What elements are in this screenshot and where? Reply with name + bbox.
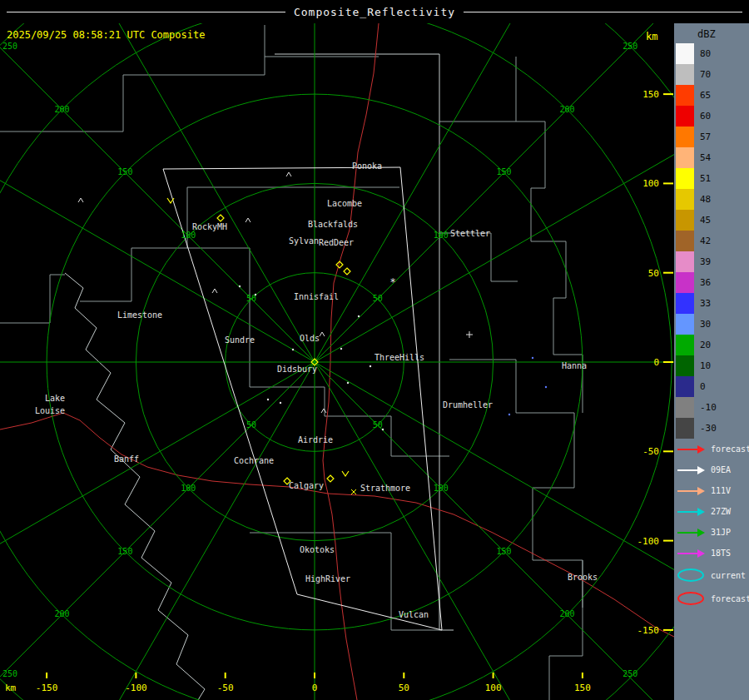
range-label: 100 [434, 484, 449, 493]
colorbar-swatch [676, 127, 694, 147]
colorbar-swatch [676, 85, 694, 106]
range-label: 250 [2, 669, 17, 678]
colorbar-entry: 20 [674, 335, 749, 355]
axis-label-bottom: -150 [36, 683, 58, 693]
legend-label: 111V [711, 486, 731, 495]
city-label: Ponoka [352, 161, 382, 171]
colorbar-entry: 57 [674, 127, 749, 147]
city-label: HighRiver [305, 574, 350, 583]
axis-label-bottom: 0 [312, 683, 318, 693]
city-label: Lake [45, 394, 65, 403]
legend-item: 31JP [674, 522, 749, 543]
radar-map: 5050505010010010010015015015015020020020… [0, 23, 674, 700]
city-label: RedDeer [319, 238, 354, 247]
colorbar-value: 20 [700, 340, 711, 350]
district-boundary [0, 275, 65, 323]
caret-marker [246, 218, 250, 222]
legend-item: 111V [674, 480, 749, 501]
radar-window: Composite_Reflectivity 50505050100100100… [0, 0, 749, 700]
timestamp-text: 2025/09/25 08:58:21 UTC Composite [7, 29, 205, 41]
caret-marker [212, 289, 217, 293]
dot-marker [532, 357, 533, 359]
colorbar: 807065605754514845423936333020100-10-30 [674, 43, 749, 439]
range-label: 150 [497, 547, 512, 556]
caret-marker [78, 198, 83, 202]
diamond-marker [217, 215, 224, 221]
colorbar-swatch [676, 418, 694, 439]
colorbar-value: 60 [700, 111, 711, 122]
diamond-marker [344, 268, 350, 275]
district-boundary [325, 416, 449, 456]
city-label: Brooks [568, 573, 598, 582]
range-label: 150 [117, 167, 132, 176]
colorbar-swatch [676, 251, 694, 272]
radar-plot-area: 5050505010010010010015015015015020020020… [0, 23, 674, 700]
legend-item: forecast [674, 439, 749, 459]
ellipse-icon [676, 567, 707, 583]
colorbar-swatch [676, 168, 694, 189]
colorbar-entry: 42 [674, 231, 749, 251]
range-label: 150 [117, 547, 132, 556]
legend-label: forecast [711, 444, 749, 454]
colorbar-swatch [676, 64, 694, 85]
district-boundary [449, 360, 583, 608]
colorbar-entry: 30 [674, 314, 749, 335]
legend-item: 18TS [674, 543, 749, 563]
colorbar-swatch [676, 376, 694, 397]
radial-line [44, 23, 315, 362]
range-label: 100 [181, 231, 196, 240]
city-label: Okotoks [300, 545, 335, 554]
colorbar-value: 10 [700, 360, 711, 371]
colorbar-entry: 54 [674, 147, 749, 168]
colorbar-value: 36 [700, 277, 711, 288]
colorbar-entry: 39 [674, 251, 749, 272]
colorbar-swatch [676, 335, 694, 355]
legend-label: current [711, 571, 746, 580]
range-label: 200 [559, 609, 574, 618]
title-rule-right [464, 12, 742, 12]
colorbar-entry: 0 [674, 376, 749, 397]
radial-line [315, 362, 674, 633]
colorbar-swatch [676, 231, 694, 251]
dot-marker [347, 382, 349, 384]
colorbar-swatch [676, 314, 694, 335]
colorbar-value: 39 [700, 256, 711, 267]
dot-marker [370, 365, 371, 367]
colorbar-value: 51 [700, 173, 711, 184]
city-label: Blackfalds [308, 220, 358, 229]
legend-item: 27ZW [674, 501, 749, 522]
city-label: Sylvan [289, 236, 319, 246]
range-label: 250 [623, 42, 637, 51]
city-label: Strathmore [360, 484, 410, 493]
city-label: Olds [300, 334, 320, 343]
colorbar-entry: -30 [674, 418, 749, 439]
range-label: 250 [2, 42, 17, 51]
dot-marker [292, 349, 294, 350]
chevron-marker [342, 471, 349, 476]
colorbar-value: -30 [700, 423, 717, 434]
axis-label-bottom: 150 [574, 683, 591, 693]
range-label: 200 [54, 609, 69, 618]
legend-item: current [674, 563, 749, 587]
window-title: Composite_Reflectivity [294, 6, 455, 18]
dot-marker [280, 402, 281, 404]
range-label: 50 [373, 294, 383, 303]
arrow-icon [676, 504, 707, 520]
radial-line [315, 362, 674, 700]
city-label: Lacombe [327, 199, 362, 208]
colorbar-title: dBZ [697, 28, 749, 40]
district-boundary [80, 187, 187, 301]
arrow-icon [676, 462, 707, 479]
colorbar-value: 70 [700, 69, 711, 80]
legend-label: 09EA [711, 465, 731, 474]
legend-label: 31JP [711, 528, 731, 537]
axis-label-right: 150 [642, 89, 659, 100]
colorbar-entry: 45 [674, 210, 749, 231]
colorbar-value: 48 [700, 194, 711, 205]
colorbar-swatch [676, 106, 694, 127]
range-label: 50 [373, 420, 383, 429]
city-label: Innisfail [294, 292, 339, 301]
axis-label-bottom: 100 [485, 683, 502, 693]
colorbar-value: 45 [700, 215, 711, 226]
city-label: Didsbury [277, 365, 317, 374]
